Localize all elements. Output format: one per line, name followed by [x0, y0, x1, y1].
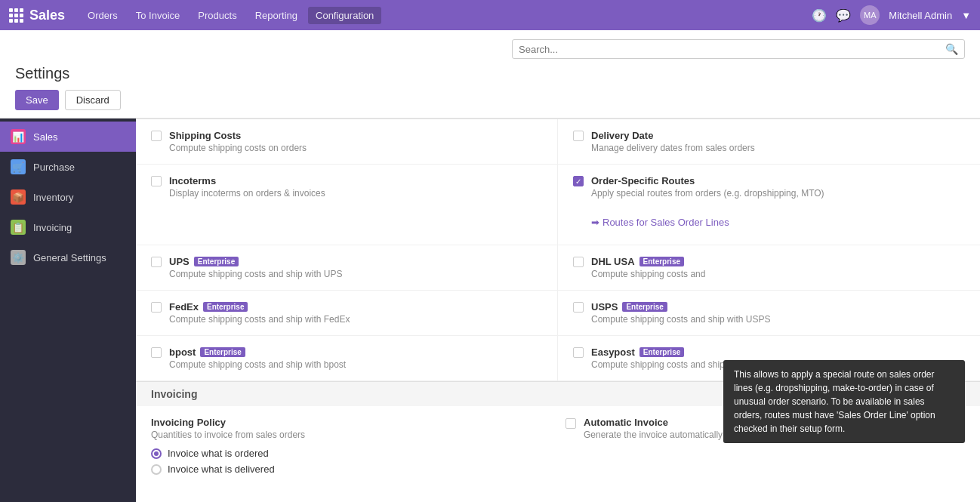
nav-reporting[interactable]: Reporting: [248, 7, 305, 24]
save-button[interactable]: Save: [15, 90, 59, 110]
checkbox-easypost[interactable]: [573, 347, 584, 358]
action-row: Save Discard: [15, 90, 965, 118]
nav-to-invoice[interactable]: To Invoice: [128, 7, 188, 24]
sidebar-item-invoicing[interactable]: 📋 Invoicing: [0, 212, 136, 242]
routes-link-label: Routes for Sales Order Lines: [602, 217, 729, 228]
sidebar-item-general-settings[interactable]: ⚙️ General Settings: [0, 242, 136, 273]
incoterms-desc: Display incoterms on orders & invoices: [169, 188, 325, 199]
setting-ups: UPS Enterprise Compute shipping costs an…: [136, 245, 558, 291]
shipping-costs-title: Shipping Costs: [169, 130, 241, 141]
checkbox-ups[interactable]: [151, 257, 162, 267]
search-row: 🔍: [15, 39, 965, 59]
bpost-title: bpost: [169, 346, 196, 358]
usps-desc: Compute shipping costs and ship with USP…: [591, 314, 770, 325]
delivery-date-desc: Manage delivery dates from sales orders: [591, 143, 755, 153]
arrow-right-icon: ➡: [591, 217, 599, 228]
page-title: Settings: [15, 65, 965, 82]
app-name: Sales: [29, 8, 65, 23]
bpost-badge: Enterprise: [200, 347, 245, 357]
search-icon: 🔍: [945, 43, 958, 55]
user-dropdown-icon[interactable]: ▼: [961, 10, 971, 21]
invoicing-section-header: Invoicing: [136, 381, 980, 406]
setting-dhl-usa: DHL USA Enterprise Compute shipping cost…: [558, 245, 980, 291]
settings-grid: Shipping Costs Compute shipping costs on…: [136, 119, 980, 381]
setting-usps: USPS Enterprise Compute shipping costs a…: [558, 291, 980, 336]
topbar-right: 🕐 💬 MA Mitchell Admin ▼: [812, 5, 971, 25]
checkbox-order-routes[interactable]: ✓: [573, 176, 584, 186]
checkbox-auto-invoice[interactable]: [566, 418, 576, 429]
inv-policy-title: Invoicing Policy: [151, 417, 550, 428]
sidebar-item-sales[interactable]: 📊 Sales: [0, 122, 136, 152]
checkbox-dhl-usa[interactable]: [573, 257, 584, 267]
setting-incoterms: Incoterms Display incoterms on orders & …: [136, 165, 558, 245]
purchase-icon: 🛒: [11, 159, 26, 174]
sidebar-label-inventory: Inventory: [33, 192, 73, 203]
radio-group: Invoice what is ordered Invoice what is …: [151, 448, 550, 475]
checkbox-bpost[interactable]: [151, 347, 162, 358]
radio-delivered-label: Invoice what is delivered: [168, 464, 275, 475]
main-layout: 📊 Sales 🛒 Purchase 📦 Inventory 📋 Invoici…: [0, 119, 980, 502]
sidebar-label-invoicing: Invoicing: [33, 222, 72, 233]
checkbox-delivery-date[interactable]: [573, 131, 584, 141]
nav-orders[interactable]: Orders: [80, 7, 125, 24]
inv-policy-desc: Quantities to invoice from sales orders: [151, 430, 550, 440]
search-input[interactable]: [519, 44, 945, 55]
app-logo[interactable]: Sales: [9, 8, 65, 23]
nav-products[interactable]: Products: [190, 7, 244, 24]
chat-icon[interactable]: 💬: [836, 8, 851, 23]
radio-delivered[interactable]: Invoice what is delivered: [151, 464, 550, 475]
checkbox-usps[interactable]: [573, 302, 584, 313]
order-routes-desc: Apply special routes from orders (e.g. d…: [591, 188, 824, 199]
sidebar-label-purchase: Purchase: [33, 162, 75, 173]
clock-icon[interactable]: 🕐: [812, 8, 827, 23]
sidebar: 📊 Sales 🛒 Purchase 📦 Inventory 📋 Invoici…: [0, 119, 136, 502]
setting-order-routes: ✓ Order-Specific Routes Apply special ro…: [558, 165, 980, 245]
sales-icon: 📊: [11, 129, 26, 144]
sidebar-item-purchase[interactable]: 🛒 Purchase: [0, 152, 136, 182]
grid-icon: [9, 8, 23, 23]
easypost-title: Easypost: [591, 346, 635, 358]
nav-configuration[interactable]: Configuration: [308, 7, 381, 24]
setting-easypost: Easypost Enterprise Compute shipping cos…: [558, 336, 980, 381]
invoicing-icon: 📋: [11, 220, 26, 235]
auto-invoice-title: Automatic Invoice: [584, 417, 877, 428]
ups-title: UPS: [169, 256, 190, 267]
dhl-usa-title: DHL USA: [591, 256, 635, 267]
checkbox-fedex[interactable]: [151, 302, 162, 313]
shipping-costs-desc: Compute shipping costs on orders: [169, 143, 307, 153]
fedex-desc: Compute shipping costs and ship with Fed…: [169, 314, 350, 325]
dhl-usa-badge: Enterprise: [639, 257, 684, 266]
setting-delivery-date: Delivery Date Manage delivery dates from…: [558, 119, 980, 165]
top-nav: Orders To Invoice Products Reporting Con…: [80, 7, 797, 24]
radio-ordered[interactable]: Invoice what is ordered: [151, 448, 550, 459]
sidebar-label-general: General Settings: [33, 252, 106, 263]
fedex-badge: Enterprise: [203, 302, 248, 312]
usps-badge: Enterprise: [622, 302, 667, 312]
bpost-desc: Compute shipping costs and ship with bpo…: [169, 359, 346, 370]
radio-ordered-label: Invoice what is ordered: [168, 448, 269, 459]
usps-title: USPS: [591, 301, 618, 313]
search-bar: 🔍: [512, 39, 965, 59]
topbar: Sales Orders To Invoice Products Reporti…: [0, 0, 980, 30]
setting-shipping-costs: Shipping Costs Compute shipping costs on…: [136, 119, 558, 165]
setting-bpost: bpost Enterprise Compute shipping costs …: [136, 336, 558, 381]
radio-dot-ordered: [151, 448, 162, 459]
setting-fedex: FedEx Enterprise Compute shipping costs …: [136, 291, 558, 336]
discard-button[interactable]: Discard: [65, 90, 121, 110]
page-header: 🔍 Settings Save Discard: [0, 30, 980, 119]
content-area: Shipping Costs Compute shipping costs on…: [136, 119, 980, 502]
checkbox-shipping-costs[interactable]: [151, 131, 162, 141]
incoterms-title: Incoterms: [169, 175, 216, 186]
avatar: MA: [860, 5, 880, 25]
checkbox-incoterms[interactable]: [151, 176, 162, 186]
easypost-desc: Compute shipping costs and ship with Eas…: [591, 359, 783, 370]
routes-link[interactable]: ➡ Routes for Sales Order Lines: [591, 211, 744, 234]
sidebar-label-sales: Sales: [33, 131, 58, 143]
radio-dot-delivered: [151, 464, 162, 475]
sidebar-item-inventory[interactable]: 📦 Inventory: [0, 182, 136, 212]
invoicing-policy: Invoicing Policy Quantities to invoice f…: [151, 417, 550, 475]
user-name[interactable]: Mitchell Admin: [889, 10, 952, 21]
ups-badge: Enterprise: [194, 257, 239, 266]
dhl-usa-desc: Compute shipping costs and: [591, 269, 705, 279]
fedex-title: FedEx: [169, 301, 199, 313]
